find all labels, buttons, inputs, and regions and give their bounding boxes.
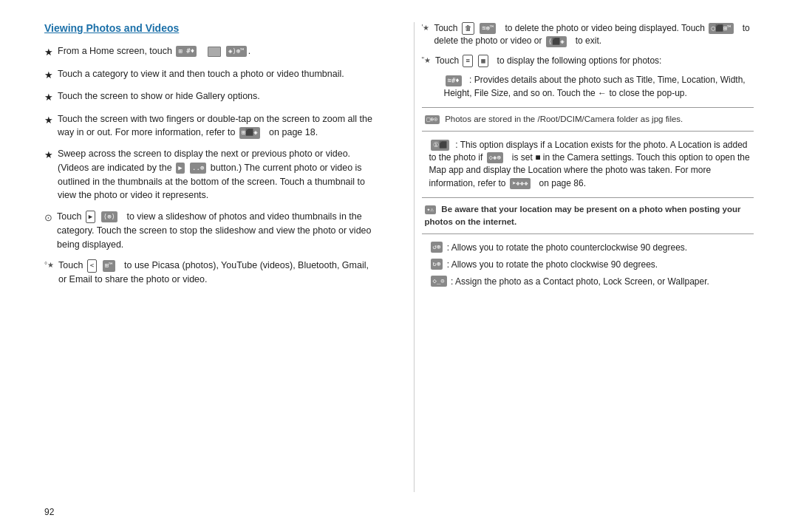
bullet-circle-6: ⊙: [44, 211, 52, 225]
share-label-icon: ⊞™: [103, 260, 115, 272]
bullet-star-4: ★: [44, 113, 53, 128]
delete-confirm-icon: ○⬛⊞™: [709, 23, 733, 34]
bullet-menu-options: "★ Touch ≡ ▦ to display the following op…: [422, 55, 754, 67]
assign-item: ◇_⊙ : Assign the photo as a Contact phot…: [429, 276, 754, 288]
menu-icon2: ▦: [478, 55, 488, 67]
bullet-text-r2: Touch ≡ ▦ to display the following optio…: [435, 55, 754, 67]
content-area: Viewing Photos and Videos ★ From a Home …: [44, 22, 754, 492]
gallery-icon: [208, 47, 221, 57]
menu-icon: ≡: [463, 55, 472, 67]
rotate-ccw-text: : Allows you to rotate the photo counter…: [444, 242, 687, 254]
gallery-label-icon: ◈⟩⊛™: [226, 46, 247, 58]
bullet-star-3: ★: [44, 90, 53, 105]
assign-icon: ◇_⊙: [431, 276, 447, 287]
bullet-star-1: ★: [44, 45, 53, 60]
bullet-text-3: Touch the screen to show or hide Gallery…: [58, 89, 377, 103]
bullet-star-2: ★: [44, 68, 53, 83]
location-text: : This option displays if a Location exi…: [429, 140, 750, 188]
bullet-show-hide: ★ Touch the screen to show or hide Galle…: [44, 89, 377, 105]
bullet-delete: '★ Touch 🗑 ≋⊛™ to delete the photo or vi…: [422, 22, 754, 48]
rotate-cw-item: ↻⊛ : Allows you to rotate the photo cloc…: [429, 259, 754, 271]
rotate-ccw-item: ↺⊛ : Allows you to rotate the photo coun…: [429, 242, 754, 254]
warning-location: ✦⚠ Be aware that your location may be pr…: [422, 197, 754, 233]
bullet-quote-1: '★: [422, 23, 430, 34]
bullet-from-home: ★ From a Home screen, touch ⊞ #♦ ◈⟩⊛™.: [44, 44, 377, 60]
bullet-text-6: Touch ▶ ⟨⊛⟩ to view a slideshow of photo…: [57, 210, 377, 251]
bullet-quote-2: "★: [422, 55, 432, 66]
bullet-text-1: From a Home screen, touch ⊞ #♦ ◈⟩⊛™.: [58, 44, 377, 58]
page-number: 92: [44, 501, 754, 517]
bullet-text-7: Touch < ⊞™ to use Picasa (photos), YouTu…: [58, 259, 377, 287]
warning-icon: ✦⚠: [425, 205, 437, 214]
right-column: '★ Touch 🗑 ≋⊛™ to delete the photo or vi…: [414, 22, 754, 492]
bullet-sweep: ★ Sweep across the screen to display the…: [44, 147, 377, 202]
share-icon: <: [87, 259, 97, 273]
bullet-text-4: Touch the screen with two fingers or dou…: [58, 112, 377, 140]
bullet-category: ★ Touch a category to view it and then t…: [44, 67, 377, 83]
trash-icon: 🗑: [462, 22, 474, 35]
details-label-icon: ≋#♦: [446, 75, 462, 86]
location-setting-icon: ◇◈⊛: [487, 152, 503, 163]
details-icon: ≋#♦: [444, 75, 463, 86]
delete-label-icon: ≋⊛™: [480, 23, 496, 34]
rotate-cw-icon: ↻⊛: [431, 259, 443, 270]
slideshow-icon: ▶: [86, 211, 95, 224]
bullet-star-5: ★: [44, 148, 53, 163]
details-text: : Provides details about the photo such …: [444, 75, 746, 98]
bullet-text-2: Touch a category to view it and then tou…: [58, 67, 377, 81]
page-container: Viewing Photos and Videos ★ From a Home …: [0, 0, 798, 532]
section-title: Viewing Photos and Videos: [44, 22, 377, 34]
location-section: ①⬛ : This option displays if a Location …: [429, 139, 754, 191]
left-column: Viewing Photos and Videos ★ From a Home …: [44, 22, 384, 492]
slideshow-label-icon: ⟨⊛⟩: [101, 211, 117, 223]
warning-text: Be aware that your location may be prese…: [425, 205, 741, 226]
video-label-icon: ..⊛: [190, 163, 206, 174]
bullet-text-r1: Touch 🗑 ≋⊛™ to delete the photo or video…: [434, 22, 754, 48]
bullet-slideshow: ⊙ Touch ▶ ⟨⊛⟩ to view a slideshow of pho…: [44, 210, 377, 251]
location-icon: ①⬛: [431, 140, 449, 151]
note-icon: □⊕⊙: [425, 115, 440, 124]
bullet-zoom: ★ Touch the screen with two fingers or d…: [44, 112, 377, 140]
note-text: Photos are stored in the /Root/DCIM/Came…: [445, 115, 683, 123]
sub-details: ≋#♦ : Provides details about the photo s…: [444, 74, 754, 100]
exit-icon: ⟨⬛◈: [546, 36, 567, 47]
rotate-ccw-icon: ↺⊛: [431, 242, 443, 253]
zoom-ref-icon: ⊞⬛◈: [239, 127, 260, 139]
video-play-icon: ▶: [176, 163, 184, 174]
bullet-circle-7: °★: [44, 259, 54, 270]
bullet-share: °★ Touch < ⊞™ to use Picasa (photos), Yo…: [44, 259, 377, 287]
assign-text: : Assign the photo as a Contact photo, L…: [449, 276, 709, 288]
apps-icon: ⊞ #♦: [176, 46, 197, 58]
bullet-text-5: Sweep across the screen to display the n…: [58, 147, 377, 202]
location-ref-icon: ➤❖❖❖: [510, 178, 531, 189]
note-storage: □⊕⊙ Photos are stored in the /Root/DCIM/…: [422, 107, 754, 132]
rotate-cw-text: : Allows you to rotate the photo clockwi…: [444, 259, 658, 271]
